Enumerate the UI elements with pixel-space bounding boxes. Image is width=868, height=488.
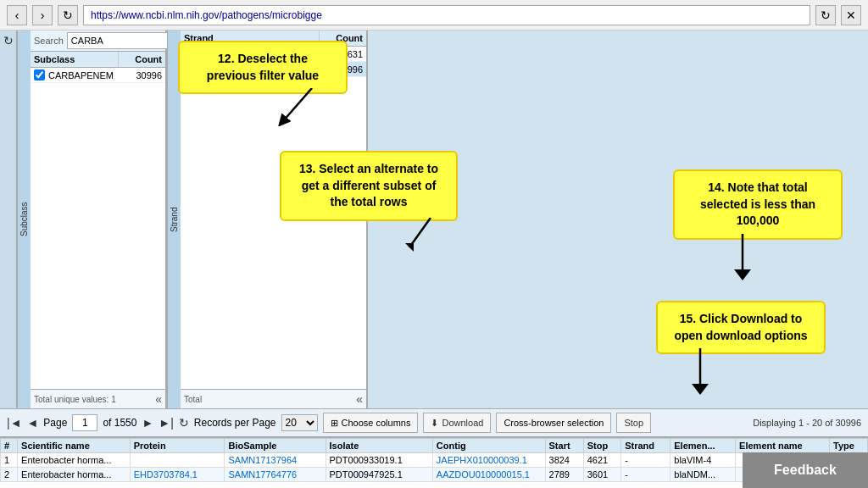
download-icon: ⬇ xyxy=(431,418,438,429)
col-element-name[interactable]: Element name xyxy=(736,439,830,453)
stop-button[interactable]: Stop xyxy=(616,413,651,433)
subclass-carbapenem-checkbox[interactable] xyxy=(34,69,45,80)
col-biosample[interactable]: BioSample xyxy=(225,439,326,453)
first-page-button[interactable]: |◄ xyxy=(7,416,22,430)
cell-protein-2[interactable]: EHD3703784.1 xyxy=(130,468,225,482)
displaying-text: Displaying 1 - 20 of 30996 xyxy=(753,418,861,428)
data-table-container: # Scientific name Protein BioSample Isol… xyxy=(0,437,868,488)
tooltip-15: 15. Click Download to open download opti… xyxy=(656,301,826,354)
tooltip-13: 13. Select an alternate to get a differe… xyxy=(280,151,458,221)
strand-nav-btn[interactable]: « xyxy=(356,392,363,406)
cell-contig-1[interactable]: JAEPHX010000039.1 xyxy=(432,453,545,468)
records-per-page-label: Records per Page xyxy=(194,417,276,429)
of-label: of 1550 xyxy=(103,417,136,429)
col-strand[interactable]: Strand xyxy=(621,439,670,453)
col-element-abbr[interactable]: Elemen... xyxy=(670,439,736,453)
tooltip-14-arrow xyxy=(734,234,768,280)
cell-strand-2: - xyxy=(621,468,670,482)
prev-page-button[interactable]: ◄ xyxy=(27,416,39,430)
cell-stop-2: 3601 xyxy=(583,468,620,482)
pagination-bar: |◄ ◄ Page of 1550 ► ►| ↻ Records per Pag… xyxy=(0,408,868,437)
cell-isolate-1: PDT000933019.1 xyxy=(326,453,432,468)
col-isolate[interactable]: Isolate xyxy=(326,439,432,453)
tooltip-12-arrow xyxy=(278,88,320,126)
back-button[interactable]: ‹ xyxy=(7,5,27,25)
table-row: 2 Enterobacter horma... EHD3703784.1 SAM… xyxy=(1,468,868,482)
subclass-col-count: Count xyxy=(119,52,165,67)
subclass-total-label: Total unique values: 1 xyxy=(34,395,116,404)
url-input[interactable] xyxy=(83,5,810,25)
col-start[interactable]: Start xyxy=(545,439,583,453)
col-stop[interactable]: Stop xyxy=(583,439,620,453)
cell-contig-2[interactable]: AAZDOU010000015.1 xyxy=(432,468,545,482)
svg-marker-4 xyxy=(734,269,751,280)
last-page-button[interactable]: ►| xyxy=(159,416,174,430)
subclass-table-header: Subclass Count xyxy=(31,52,165,68)
search-label: Search xyxy=(34,36,64,46)
col-scientific-name[interactable]: Scientific name xyxy=(18,439,131,453)
feedback-button[interactable]: Feedback xyxy=(743,452,868,488)
subclass-nav-btn[interactable]: « xyxy=(155,392,162,406)
close-url-button[interactable]: ✕ xyxy=(841,5,861,25)
tooltip-12: 12. Deselect the previous filter value xyxy=(178,41,348,94)
cell-num-1: 1 xyxy=(1,453,18,468)
reload-button[interactable]: ↻ xyxy=(58,5,78,25)
cell-isolate-2: PDT000947925.1 xyxy=(326,468,432,482)
cell-start-2: 2789 xyxy=(545,468,583,482)
subclass-col-name: Subclass xyxy=(31,52,119,67)
table-header-row: # Scientific name Protein BioSample Isol… xyxy=(1,439,868,453)
choose-columns-button[interactable]: ⊞ Choose columns xyxy=(323,413,419,433)
cell-num-2: 2 xyxy=(1,468,18,482)
cell-stop-1: 4621 xyxy=(583,453,620,468)
cell-biosample-2[interactable]: SAMN17764776 xyxy=(225,468,326,482)
strand-total-footer: Total « xyxy=(181,389,366,408)
per-page-select[interactable]: 20 50 100 xyxy=(281,414,318,431)
cell-sci-name-2: Enterobacter horma... xyxy=(18,468,131,482)
subclass-vertical-label: Subclass xyxy=(17,30,31,408)
col-type[interactable]: Type xyxy=(829,439,867,453)
col-contig[interactable]: Contig xyxy=(432,439,545,453)
tooltip-15-arrow xyxy=(692,348,726,395)
col-hash[interactable]: # xyxy=(1,439,18,453)
col-protein[interactable]: Protein xyxy=(130,439,225,453)
columns-icon: ⊞ xyxy=(331,418,338,429)
page-label: Page xyxy=(43,417,67,429)
refresh-icon[interactable]: ↻ xyxy=(3,34,14,47)
subclass-total-footer: Total unique values: 1 « xyxy=(31,389,165,408)
cell-strand-1: - xyxy=(621,453,670,468)
subclass-carbapenem-value: CARBAPENEM xyxy=(48,70,115,80)
strand-total-label: Total xyxy=(184,395,202,404)
svg-marker-2 xyxy=(405,243,414,252)
url-bar: ‹ › ↻ ↻ ✕ xyxy=(0,0,868,30)
table-row: 1 Enterobacter horma... SAMN17137964 PDT… xyxy=(1,453,868,468)
next-page-button[interactable]: ► xyxy=(142,416,153,430)
svg-line-1 xyxy=(409,218,431,247)
tooltip-13-arrow xyxy=(405,218,439,252)
cross-browser-button[interactable]: Cross-browser selection xyxy=(496,413,611,433)
tooltip-14: 14. Note that total selected is less tha… xyxy=(673,169,843,240)
svg-marker-6 xyxy=(692,384,709,395)
page-input[interactable] xyxy=(72,414,97,431)
reload-url-button[interactable]: ↻ xyxy=(815,5,836,25)
svg-line-0 xyxy=(282,88,312,122)
cell-start-1: 3824 xyxy=(545,453,583,468)
data-table: # Scientific name Protein BioSample Isol… xyxy=(0,438,868,482)
subclass-panel-header: Search xyxy=(31,30,165,52)
cell-protein-1 xyxy=(130,453,225,468)
download-button[interactable]: ⬇ Download xyxy=(423,413,491,433)
forward-button[interactable]: › xyxy=(32,5,53,25)
subclass-carbapenem-count: 30996 xyxy=(115,70,162,80)
refresh-page-button[interactable]: ↻ xyxy=(179,416,189,430)
cell-element-1: blaVIM-4 xyxy=(670,453,736,468)
cell-sci-name-1: Enterobacter horma... xyxy=(18,453,131,468)
subclass-row-carbapenem[interactable]: CARBAPENEM 30996 xyxy=(31,68,165,83)
cell-element-2: blaNDM... xyxy=(670,468,736,482)
subclass-filter-panel: Search Subclass Count CARBAPENEM 30996 T… xyxy=(31,30,166,408)
cell-biosample-1[interactable]: SAMN17137964 xyxy=(225,453,326,468)
